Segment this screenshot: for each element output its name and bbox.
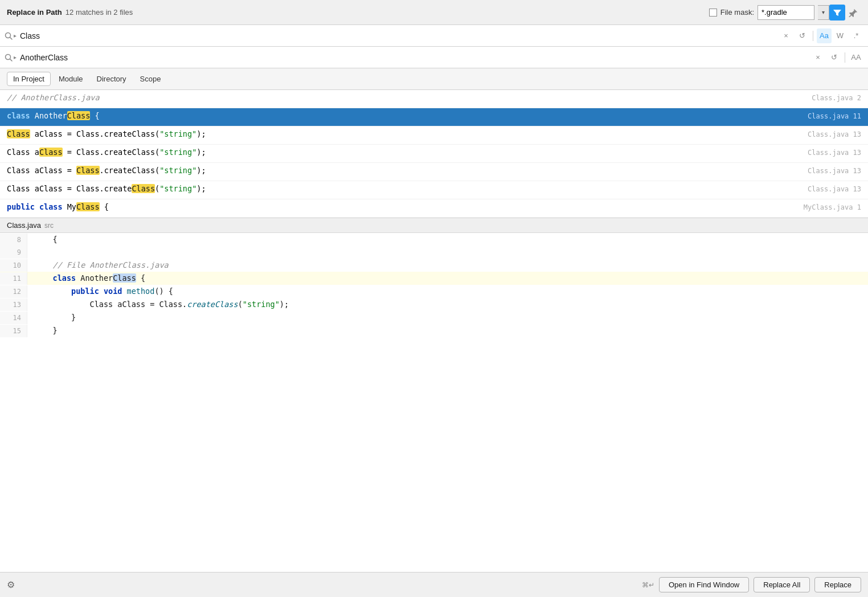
search-actions: × ↺ Aa W .* [779,28,863,43]
result-file-ref: MyClass.java 1 [804,203,861,211]
preview-path: src [44,222,54,230]
tab-module[interactable]: Module [53,72,89,85]
list-item[interactable]: Class aClass = Class.createClass("string… [0,181,868,199]
replace-row: ▸ × ↺ AA [0,47,868,68]
list-item[interactable]: // AnotherClass.java Class.java 2 [0,90,868,108]
search-row: ▸ × ↺ Aa W .* [0,25,868,47]
result-file-ref: Class.java 13 [808,185,861,193]
result-code: Class aClass = Class.createClass("string… [7,129,801,138]
file-mask-checkbox[interactable] [709,9,717,17]
file-mask-area: File mask: ▾ [709,5,829,20]
tab-directory[interactable]: Directory [91,72,132,85]
preview-header: Class.java src [0,218,868,233]
shortcut-hint: ⌘↵ [642,581,654,589]
list-item[interactable]: class AnotherClass { Class.java 11 [0,108,868,126]
redo-search-button[interactable]: ↺ [795,28,809,43]
bottom-bar: ⚙ ⌘↵ Open in Find Window Replace All Rep… [0,572,868,597]
replace-match-case-button[interactable]: AA [849,50,863,65]
svg-line-1 [10,37,13,39]
file-mask-label: File mask: [720,8,754,17]
result-file-ref: Class.java 13 [808,130,861,138]
code-line: 10 // File AnotherClass.java [0,259,868,272]
replace-all-button[interactable]: Replace All [754,577,810,592]
code-line: 8 { [0,233,868,246]
list-item[interactable]: Class aClass = Class.createClass("string… [0,163,868,181]
code-line-highlighted: 11 class AnotherClass { [0,272,868,285]
result-code: // AnotherClass.java [7,93,805,102]
shortcut-symbol: ⌘↵ [642,581,654,589]
result-file-ref: Class.java 13 [808,167,861,175]
replace-input[interactable] [20,53,810,62]
search-input[interactable] [20,31,779,40]
search-icon: ▸ [5,32,17,40]
tab-scope[interactable]: Scope [134,72,167,85]
whole-word-button[interactable]: W [833,28,847,43]
result-file-ref: Class.java 2 [812,94,861,102]
redo-replace-button[interactable]: ↺ [826,50,841,65]
result-code: public class MyClass { [7,202,797,211]
code-preview[interactable]: 8 { 9 10 // File AnotherClass.java 11 cl… [0,233,868,572]
list-item[interactable]: Class aClass = Class.createClass("string… [0,126,868,145]
dialog-title: Replace in Path [7,8,62,17]
regex-button[interactable]: .* [849,28,863,43]
results-area: // AnotherClass.java Class.java 2 class … [0,90,868,218]
clear-replace-button[interactable]: × [810,50,825,65]
result-code: class AnotherClass { [7,111,801,120]
replace-button[interactable]: Replace [814,577,861,592]
file-mask-input[interactable] [758,5,814,20]
result-code: Class aClass = Class.createClass("string… [7,184,801,193]
list-item[interactable]: public class MyClass { MyClass.java 1 [0,199,868,218]
code-line: 14 } [0,311,868,324]
file-mask-dropdown[interactable]: ▾ [818,5,829,20]
pin-button[interactable] [845,5,861,21]
list-item[interactable]: Class aClass = Class.createClass("string… [0,145,868,163]
settings-icon[interactable]: ⚙ [7,579,15,590]
code-line: 13 Class aClass = Class.createClass("str… [0,298,868,311]
replace-icon: ▸ [5,54,17,62]
result-code: Class aClass = Class.createClass("string… [7,166,801,175]
code-line: 12 public void method() { [0,285,868,298]
result-code: Class aClass = Class.createClass("string… [7,148,801,157]
result-file-ref: Class.java 13 [808,149,861,157]
clear-search-button[interactable]: × [779,28,793,43]
preview-section: Class.java src 8 { 9 10 // File AnotherC… [0,218,868,572]
open-find-window-button[interactable]: Open in Find Window [659,577,749,592]
scope-tabs: In Project Module Directory Scope [0,68,868,90]
matches-count: 12 matches in 2 files [65,8,133,17]
result-file-ref: Class.java 11 [808,112,861,120]
preview-filename: Class.java [7,221,41,230]
match-case-button[interactable]: Aa [817,28,832,43]
replace-actions: × ↺ AA [810,50,863,65]
tab-in-project[interactable]: In Project [7,72,51,86]
code-line: 15 } [0,324,868,337]
svg-line-3 [10,59,13,61]
filter-button[interactable] [829,5,845,21]
header-bar: Replace in Path 12 matches in 2 files Fi… [0,0,868,25]
code-line: 9 [0,246,868,259]
